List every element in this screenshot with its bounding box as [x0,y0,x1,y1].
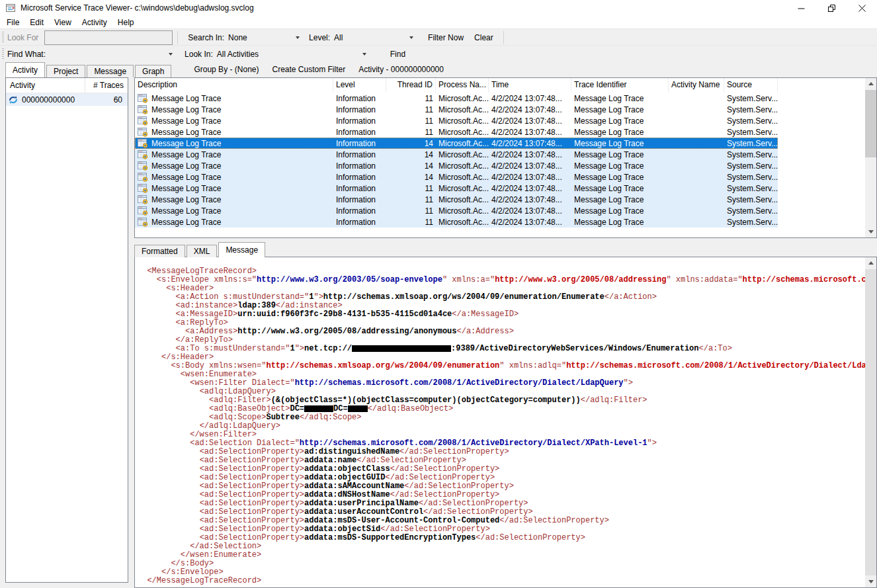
minimize-button[interactable] [786,0,816,16]
tab-project[interactable]: Project [46,65,85,77]
column-header-source[interactable]: Source [724,78,778,93]
cell-process-name: Microsoft.Ac... [436,128,489,137]
xml-token: <adlq:BaseObject> [209,404,290,413]
menu-item-file[interactable]: File [1,17,24,28]
column-header-thread-id[interactable]: Thread ID [386,78,436,93]
xml-line: </MessageLogTraceRecord> [138,577,865,585]
activity-column-header[interactable]: Activity [6,78,85,93]
column-header-level[interactable]: Level [333,78,386,93]
find-button[interactable]: Find [385,50,411,59]
menu-item-help[interactable]: Help [112,17,140,28]
table-row[interactable]: Message Log TraceInformation14Microsoft.… [135,171,778,183]
xml-token: </ad:Selection> [190,542,261,551]
toolbar-gripper[interactable] [2,48,4,60]
scroll-down-button[interactable] [865,226,876,237]
message-log-trace-icon [138,206,148,216]
restore-button[interactable] [816,0,847,16]
cell-source: System.Serv... [724,116,778,126]
description-text: Message Log Trace [151,184,221,193]
create-custom-filter-button[interactable]: Create Custom Filter [265,62,352,77]
column-header-process-na[interactable]: Process Na... [436,78,489,93]
xml-token: addata:objectSid [304,525,380,534]
toolbar-separator [503,31,504,44]
table-row[interactable]: Message Log TraceInformation11Microsoft.… [135,183,778,194]
search-in-label: Search In: [188,33,224,42]
cell-thread-id: 11 [386,94,436,103]
xml-token: addata:dNSHostName [304,490,390,499]
activity-breadcrumb-button[interactable]: Activity - 000000000000 [352,62,450,77]
table-row[interactable]: Message Log TraceInformation14Microsoft.… [135,160,778,171]
cell-trace-identifier: Message Log Trace [571,206,669,216]
cell-trace-identifier: Message Log Trace [571,161,669,171]
xml-token: addata:msDS-User-Account-Control-Compute… [304,516,499,525]
level-combobox[interactable]: All [330,30,417,44]
xml-token: "> [295,344,304,353]
message-panel-scrollbar[interactable] [865,257,876,587]
cell-level: Information [333,195,386,204]
cell-process-name: Microsoft.Ac... [436,105,489,114]
filter-now-button[interactable]: Filter Now [423,33,469,42]
activity-row[interactable]: 00000000000060 [6,93,128,106]
cell-source: System.Serv... [724,161,778,171]
scrollbar-thumb[interactable] [865,90,876,157]
column-header-description[interactable]: Description [135,78,333,93]
traces-column-header[interactable]: # Traces [85,81,128,90]
group-by-button[interactable]: Group By - (None) [187,62,265,77]
table-row[interactable]: Message Log TraceInformation11Microsoft.… [135,216,778,228]
xml-message-view[interactable]: <MessageLogTraceRecord> <s:Envelope xmln… [135,257,865,587]
triangle-up-icon [868,82,874,85]
table-row[interactable]: Message Log TraceInformation11Microsoft.… [135,115,778,126]
message-log-trace-icon [138,184,148,193]
service-trace-viewer-window: Microsoft Service Trace Viewer- c:\windo… [0,0,877,588]
scroll-up-button[interactable] [865,257,876,269]
cell-level: Information [333,173,386,182]
xml-token: <MessageLogTraceRecord> [147,267,257,276]
cell-level: Information [333,94,386,103]
table-row[interactable]: Message Log TraceInformation11Microsoft.… [135,205,778,216]
xml-token: addata:userAccountControl [304,507,423,517]
clear-button[interactable]: Clear [469,33,499,42]
tab-message[interactable]: Message [87,65,134,77]
tab-message[interactable]: Message [218,242,265,257]
cell-time: 4/2/2024 13:07:48... [489,105,571,114]
cell-level: Information [333,105,386,114]
cell-thread-id: 11 [386,218,436,227]
cell-source: System.Serv... [724,195,778,204]
table-row[interactable]: Message Log TraceInformation11Microsoft.… [135,126,778,138]
xml-token: </MessageLogTraceRecord> [147,576,261,585]
search-in-combobox[interactable]: None [224,30,304,44]
xml-token: "> [624,378,633,388]
cell-process-name: Microsoft.Ac... [436,150,489,159]
tab-formatted[interactable]: Formatted [134,245,185,257]
close-button[interactable] [847,0,877,16]
column-header-trace-identifier[interactable]: Trace Identifier [571,78,669,93]
menu-item-edit[interactable]: Edit [24,17,49,28]
look-in-combobox[interactable]: All Activities [213,47,370,61]
menu-item-view[interactable]: View [49,17,77,28]
scroll-up-button[interactable] [865,78,876,89]
cell-source: System.Serv... [724,128,778,137]
trace-list-scrollbar[interactable] [865,78,876,237]
tab-xml[interactable]: XML [187,245,218,257]
table-row[interactable]: Message Log TraceInformation11Microsoft.… [135,194,778,205]
cell-trace-identifier: Message Log Trace [571,128,669,137]
table-row[interactable]: Message Log TraceInformation11Microsoft.… [135,104,778,115]
find-what-combobox[interactable] [47,47,177,61]
toolbar-gripper[interactable] [2,32,4,43]
column-header-time[interactable]: Time [489,78,571,93]
menu-item-activity[interactable]: Activity [77,17,112,28]
cell-source: System.Serv... [724,173,778,182]
xml-token: </s:Body> [171,559,214,568]
table-row[interactable]: Message Log TraceInformation14Microsoft.… [135,149,778,160]
look-for-input[interactable] [44,30,173,45]
table-row[interactable]: Message Log TraceInformation14Microsoft.… [135,138,778,149]
column-header-activity-name[interactable]: Activity Name [669,78,724,93]
tab-activity[interactable]: Activity [5,62,45,77]
xml-token: <ad:SelectionProperty> [200,464,304,474]
tab-graph[interactable]: Graph [135,65,171,77]
scrollbar-thumb[interactable] [865,269,876,575]
xml-token: <adlq:Filter> [209,396,271,405]
description-text: Message Log Trace [151,94,221,103]
table-row[interactable]: Message Log TraceInformation11Microsoft.… [135,93,778,104]
scroll-down-button[interactable] [865,576,876,587]
